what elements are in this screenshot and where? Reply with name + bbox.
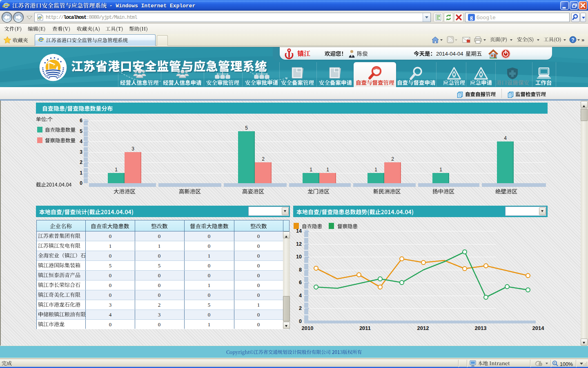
svg-text:?: ? — [571, 37, 574, 43]
